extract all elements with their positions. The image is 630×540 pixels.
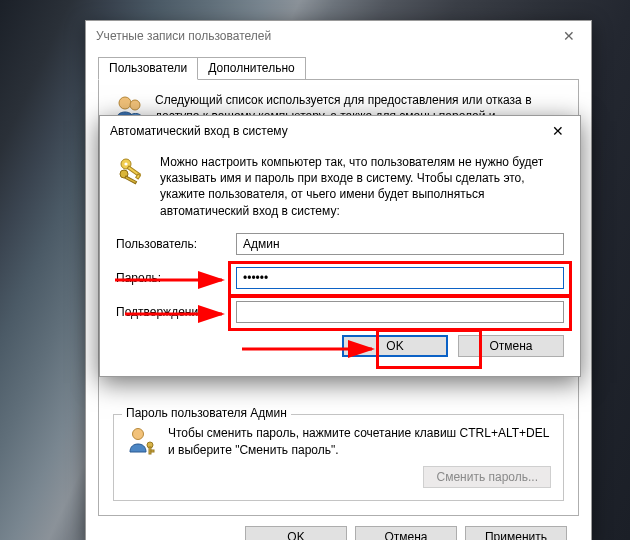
desktop-background: Учетные записи пользователей ✕ Пользоват… — [0, 0, 630, 540]
close-icon[interactable]: ✕ — [547, 21, 591, 51]
user-key-icon — [126, 425, 158, 457]
autologon-intro: Можно настроить компьютер так, что польз… — [160, 154, 564, 219]
ok-button-back[interactable]: OK — [245, 526, 347, 540]
front-dialog-buttons: OK Отмена — [116, 335, 564, 357]
user-label: Пользователь: — [116, 237, 236, 251]
svg-point-7 — [124, 162, 127, 165]
svg-point-1 — [130, 100, 140, 110]
confirm-label: Подтверждение: — [116, 305, 236, 319]
svg-rect-5 — [151, 450, 154, 452]
titlebar-front: Автоматический вход в систему ✕ — [100, 116, 580, 146]
close-icon[interactable]: ✕ — [536, 116, 580, 146]
user-row: Пользователь: — [116, 233, 564, 255]
confirm-row: Подтверждение: — [116, 301, 564, 323]
tab-users[interactable]: Пользователи — [98, 57, 198, 80]
titlebar-back: Учетные записи пользователей ✕ — [86, 21, 591, 51]
svg-point-2 — [133, 429, 144, 440]
autologon-dialog: Автоматический вход в систему ✕ Можно на… — [99, 115, 581, 377]
password-input[interactable] — [236, 267, 564, 289]
apply-button-back[interactable]: Применить — [465, 526, 567, 540]
password-label: Пароль: — [116, 271, 236, 285]
password-groupbox: Пароль пользователя Админ Чтобы смен — [113, 414, 564, 500]
user-input[interactable] — [236, 233, 564, 255]
svg-point-0 — [119, 97, 131, 109]
keys-icon — [116, 154, 148, 186]
window-title: Учетные записи пользователей — [96, 29, 547, 43]
cancel-button[interactable]: Отмена — [458, 335, 564, 357]
dialog-title: Автоматический вход в систему — [110, 124, 536, 138]
cancel-button-back[interactable]: Отмена — [355, 526, 457, 540]
confirm-input[interactable] — [236, 301, 564, 323]
svg-rect-11 — [125, 176, 137, 184]
tab-additional[interactable]: Дополнительно — [197, 57, 305, 80]
password-row: Пароль: — [116, 267, 564, 289]
ok-button[interactable]: OK — [342, 335, 448, 357]
change-password-button: Сменить пароль... — [423, 466, 551, 488]
back-dialog-buttons: OK Отмена Применить — [98, 516, 579, 540]
tabs: Пользователи Дополнительно — [98, 57, 579, 80]
password-group-title: Пароль пользователя Админ — [122, 406, 291, 420]
password-hint-text: Чтобы сменить пароль, нажмите сочетание … — [168, 425, 551, 457]
